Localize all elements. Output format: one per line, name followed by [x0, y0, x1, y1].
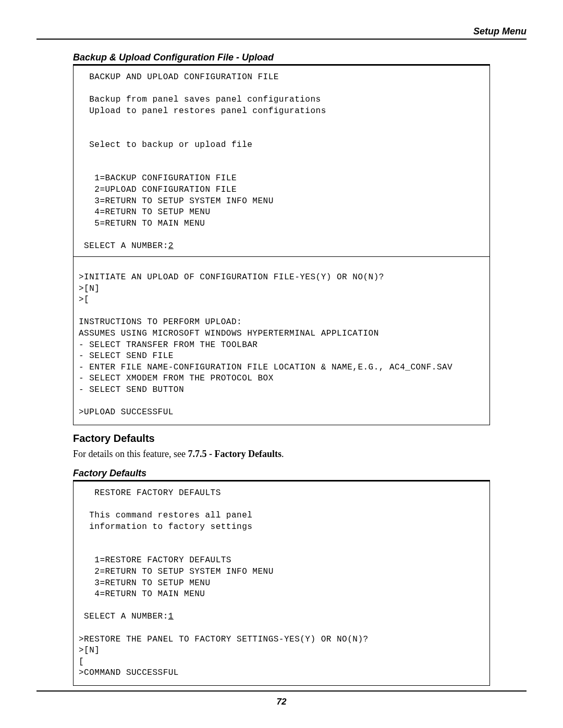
- term-heading: BACKUP AND UPLOAD CONFIGURATION FILE: [79, 72, 279, 82]
- term2-resp2: [: [79, 657, 84, 667]
- term2-opt4: 4=RETURN TO MAIN MENU: [79, 589, 205, 599]
- term-resp2: >[: [79, 295, 89, 304]
- term-instr4: - SELECT XMODEM FROM THE PROTOCOL BOX: [79, 374, 274, 383]
- term-instr2: - SELECT SEND FILE: [79, 351, 174, 361]
- term2-desc2: information to factory settings: [79, 522, 252, 532]
- term2-opt2: 2=RETURN TO SETUP SYSTEM INFO MENU: [79, 567, 274, 576]
- term2-select-label: SELECT A NUMBER:: [79, 612, 168, 621]
- term-opt5: 5=RETURN TO MAIN MENU: [79, 219, 205, 228]
- footer-rule: [36, 690, 527, 692]
- body-prefix: For details on this feature, see: [73, 449, 188, 459]
- term-resp1: >[N]: [79, 284, 100, 293]
- term-result: >UPLOAD SUCCESSFUL: [79, 408, 174, 417]
- term-opt1: 1=BACKUP CONFIGURATION FILE: [79, 174, 237, 183]
- page-header: Setup Menu: [36, 26, 527, 40]
- term-desc2: Upload to panel restores panel configura…: [79, 106, 326, 116]
- body-ref: 7.7.5 - Factory Defaults: [188, 449, 281, 459]
- term-select-label: SELECT A NUMBER:: [79, 241, 168, 251]
- terminal-factory-defaults: RESTORE FACTORY DEFAULTS This command re…: [73, 481, 490, 686]
- term2-confirm: >RESTORE THE PANEL TO FACTORY SETTINGS-Y…: [79, 635, 369, 644]
- term2-resp1: >[N]: [79, 646, 100, 655]
- term-desc1: Backup from panel saves panel configurat…: [79, 95, 321, 104]
- term2-opt1: 1=RESTORE FACTORY DEFAULTS: [79, 556, 231, 565]
- term-instr-title: INSTRUCTIONS TO PERFORM UPLOAD:: [79, 317, 242, 327]
- term2-select-value: 1: [168, 612, 174, 621]
- section2-sub-title: Factory Defaults: [73, 468, 490, 481]
- term-instr5: - SELECT SEND BUTTON: [79, 385, 184, 394]
- terminal-backup-upload: BACKUP AND UPLOAD CONFIGURATION FILE Bac…: [73, 65, 490, 425]
- term-instr3: - ENTER FILE NAME-CONFIGURATION FILE LOC…: [79, 363, 452, 372]
- header-title: Setup Menu: [473, 26, 527, 37]
- page-content: Backup & Upload Configuration File - Upl…: [36, 52, 527, 686]
- term-initiate: >INITIATE AN UPLOAD OF CONFIGURATION FIL…: [79, 273, 384, 282]
- term-opt4: 4=RETURN TO SETUP MENU: [79, 207, 211, 217]
- terminal-divider: [74, 256, 489, 257]
- page-number: 72: [0, 697, 563, 707]
- term-instr-assume: ASSUMES USING MICROSOFT WINDOWS HYPERTER…: [79, 329, 379, 338]
- term-instr1: - SELECT TRANSFER FROM THE TOOLBAR: [79, 340, 258, 350]
- section2-title: Factory Defaults: [73, 433, 490, 445]
- term2-result: >COMMAND SUCCESSFUL: [79, 668, 179, 677]
- term-opt3: 3=RETURN TO SETUP SYSTEM INFO MENU: [79, 196, 274, 206]
- term2-desc1: This command restores all panel: [79, 511, 252, 520]
- term2-heading: RESTORE FACTORY DEFAULTS: [79, 488, 221, 498]
- term-select-prompt: Select to backup or upload file: [79, 140, 252, 150]
- section2-body: For details on this feature, see 7.7.5 -…: [73, 449, 490, 460]
- section1-title: Backup & Upload Configuration File - Upl…: [73, 52, 490, 65]
- term2-opt3: 3=RETURN TO SETUP MENU: [79, 578, 211, 588]
- body-suffix: .: [282, 449, 284, 459]
- term-select-value: 2: [168, 241, 174, 251]
- term-opt2: 2=UPLOAD CONFIGURATION FILE: [79, 185, 237, 194]
